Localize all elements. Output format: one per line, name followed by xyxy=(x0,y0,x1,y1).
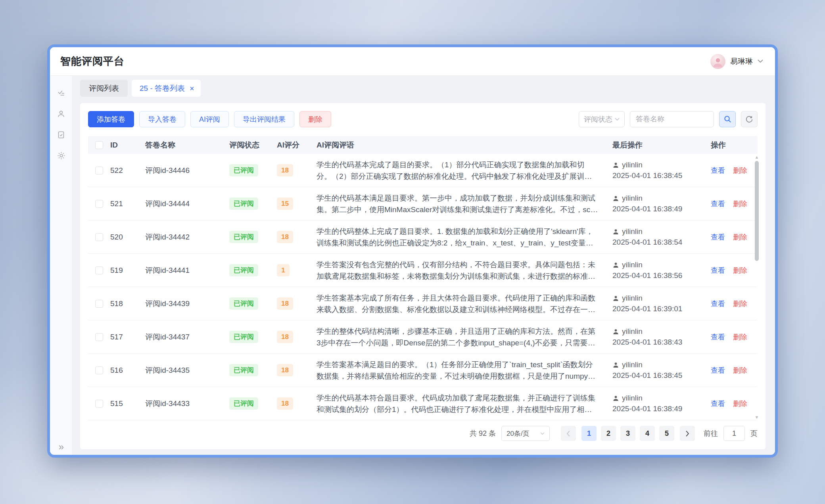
operator-name: yilinlin xyxy=(622,394,643,402)
table-row: 522 评阅id-34446 已评阅 18 学生的代码基本完成了题目的要求。（1… xyxy=(88,154,758,187)
prev-page-button[interactable] xyxy=(561,426,576,441)
operation-time: 2025-04-01 16:38:45 xyxy=(612,371,707,380)
person-icon xyxy=(612,395,619,402)
operation-time: 2025-04-01 16:38:43 xyxy=(612,338,707,347)
scrollbar-thumb[interactable] xyxy=(755,161,759,261)
status-badge: 已评阅 xyxy=(229,231,258,243)
view-link[interactable]: 查看 xyxy=(711,232,725,242)
last-operation: yilinlin 2025-04-01 16:39:01 xyxy=(612,294,711,313)
answer-name: 评阅id-34441 xyxy=(145,265,229,276)
delete-link[interactable]: 删除 xyxy=(733,332,747,342)
add-answer-button[interactable]: 添加答卷 xyxy=(88,111,134,127)
page-button-4[interactable]: 4 xyxy=(640,426,655,441)
delete-link[interactable]: 删除 xyxy=(733,299,747,309)
select-all-checkbox[interactable] xyxy=(95,141,103,149)
row-checkbox[interactable] xyxy=(95,333,103,341)
search-button[interactable] xyxy=(719,111,736,127)
last-operation: yilinlin 2025-04-01 16:38:49 xyxy=(612,394,711,413)
export-results-button[interactable]: 导出评阅结果 xyxy=(234,111,294,127)
page-button-5[interactable]: 5 xyxy=(659,426,674,441)
status-badge: 已评阅 xyxy=(229,164,258,176)
ai-review-button[interactable]: AI评阅 xyxy=(190,111,229,127)
chevron-down-icon xyxy=(758,59,763,63)
answer-table: ID 答卷名称 评阅状态 AI评分 AI评阅评语 最后操作 操作 522 评阅i… xyxy=(88,136,758,449)
answer-name: 评阅id-34442 xyxy=(145,232,229,242)
row-checkbox[interactable] xyxy=(95,167,103,174)
view-link[interactable]: 查看 xyxy=(711,266,725,275)
tab-answer-list[interactable]: 25 - 答卷列表 × xyxy=(132,80,201,97)
ai-comment: 学生的代码基本符合题目要求。代码成功加载了鸢尾花数据集，并正确进行了训练集和测试… xyxy=(317,392,612,415)
user-menu[interactable]: 易琳琳 xyxy=(710,54,763,69)
view-link[interactable]: 查看 xyxy=(711,299,725,309)
app-window: 智能评阅平台 易琳琳 xyxy=(47,44,778,458)
sidebar-expand-icon[interactable]: » xyxy=(50,442,73,452)
operator-name: yilinlin xyxy=(622,227,643,236)
row-checkbox[interactable] xyxy=(95,400,103,408)
next-page-button[interactable] xyxy=(680,426,695,441)
delete-link[interactable]: 删除 xyxy=(733,232,747,242)
tab-review-list[interactable]: 评阅列表 xyxy=(80,80,128,97)
status-filter-select[interactable]: 评阅状态 xyxy=(579,111,625,127)
goto-page-input[interactable] xyxy=(723,426,745,441)
table-row: 521 评阅id-34444 已评阅 15 学生的代码基本满足题目要求。第一步中… xyxy=(88,187,758,220)
header-status: 评阅状态 xyxy=(229,140,277,150)
header-actions: 操作 xyxy=(711,140,758,150)
score-badge: 18 xyxy=(277,231,293,243)
page-size-select[interactable]: 20条/页 xyxy=(501,426,550,441)
operator-name: yilinlin xyxy=(622,294,643,303)
sidebar-item-users[interactable] xyxy=(50,103,73,124)
view-link[interactable]: 查看 xyxy=(711,199,725,209)
delete-link[interactable]: 删除 xyxy=(733,166,747,175)
header-id: ID xyxy=(110,141,145,149)
status-badge: 已评阅 xyxy=(229,364,258,376)
page-button-3[interactable]: 3 xyxy=(620,426,635,441)
delete-button[interactable]: 删除 xyxy=(299,111,331,127)
table-row: 515 评阅id-34433 已评阅 18 学生的代码基本符合题目要求。代码成功… xyxy=(88,387,758,420)
import-answer-button[interactable]: 导入答卷 xyxy=(139,111,185,127)
toolbar-buttons: 添加答卷导入答卷AI评阅导出评阅结果删除 xyxy=(88,111,331,127)
scroll-up-icon[interactable]: ▲ xyxy=(754,155,759,159)
sidebar-item-answer-sheets[interactable] xyxy=(50,124,73,145)
view-link[interactable]: 查看 xyxy=(711,399,725,408)
table-scrollbar: ▲ ▼ xyxy=(754,155,760,420)
row-checkbox[interactable] xyxy=(95,233,103,241)
ai-comment: 学生答案基本完成了所有任务，并且大体符合题目要求。代码使用了正确的库和函数来载入… xyxy=(317,292,612,315)
row-id: 515 xyxy=(110,399,145,408)
row-checkbox[interactable] xyxy=(95,366,103,374)
row-id: 517 xyxy=(110,333,145,341)
close-icon[interactable]: × xyxy=(190,84,194,92)
last-operation: yilinlin 2025-04-01 16:38:56 xyxy=(612,261,711,280)
delete-link[interactable]: 删除 xyxy=(733,399,747,408)
sidebar-item-review-checklist[interactable] xyxy=(50,82,73,103)
delete-link[interactable]: 删除 xyxy=(733,366,747,375)
row-checkbox[interactable] xyxy=(95,200,103,208)
view-link[interactable]: 查看 xyxy=(711,366,725,375)
operation-time: 2025-04-01 16:38:45 xyxy=(612,171,707,180)
checklist-icon xyxy=(57,88,65,97)
ai-comment: 学生的代码基本满足题目要求。第一步中，成功加载了数据，并划分成训练集和测试集。第… xyxy=(317,192,612,215)
page-button-1[interactable]: 1 xyxy=(581,426,597,441)
header-score: AI评分 xyxy=(277,140,317,150)
scroll-down-icon[interactable]: ▼ xyxy=(754,415,759,420)
document-check-icon xyxy=(57,130,65,139)
desktop-background: 智能评阅平台 易琳琳 xyxy=(0,0,825,504)
header-comment: AI评阅评语 xyxy=(317,139,612,151)
delete-link[interactable]: 删除 xyxy=(733,266,747,275)
row-checkbox[interactable] xyxy=(95,266,103,274)
view-link[interactable]: 查看 xyxy=(711,166,725,175)
user-icon xyxy=(57,109,65,118)
row-checkbox[interactable] xyxy=(95,300,103,308)
view-link[interactable]: 查看 xyxy=(711,332,725,342)
operator-name: yilinlin xyxy=(622,194,643,203)
page-unit-label: 页 xyxy=(750,429,758,438)
operator-name: yilinlin xyxy=(622,360,643,369)
delete-link[interactable]: 删除 xyxy=(733,199,747,209)
person-icon xyxy=(612,262,619,268)
sidebar-item-settings[interactable] xyxy=(50,145,73,166)
last-operation: yilinlin 2025-04-01 16:38:43 xyxy=(612,327,711,347)
refresh-button[interactable] xyxy=(741,111,758,127)
sidebar: » xyxy=(50,76,73,455)
table-body: 522 评阅id-34446 已评阅 18 学生的代码基本完成了题目的要求。（1… xyxy=(88,154,758,420)
page-button-2[interactable]: 2 xyxy=(601,426,616,441)
answer-name-input[interactable] xyxy=(630,111,714,127)
